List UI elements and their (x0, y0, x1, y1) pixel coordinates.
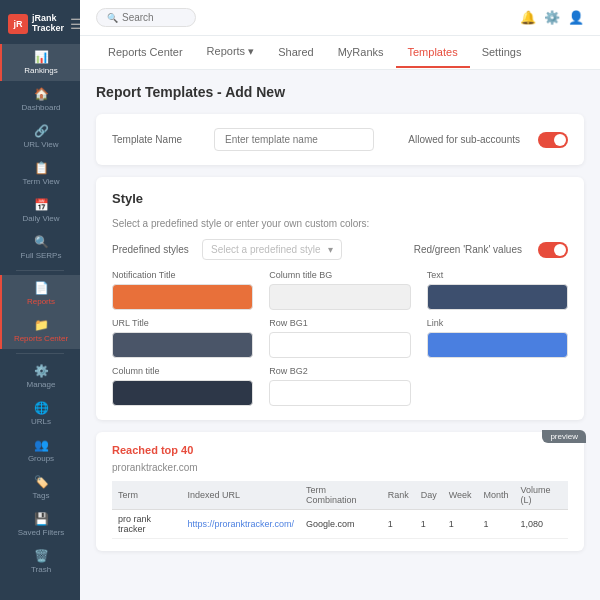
template-name-card: Template Name Allowed for sub-accounts (96, 114, 584, 165)
color-placeholder (427, 366, 568, 406)
row-bg1-swatch[interactable] (269, 332, 410, 358)
sidebar-logo[interactable]: jR jRankTracker ☰ (0, 8, 80, 40)
preview-domain: proranktracker.com (112, 462, 568, 473)
cell-url: https://proranktracker.com/ (182, 510, 301, 539)
col-rank: Rank (382, 481, 415, 510)
bell-icon[interactable]: 🔔 (520, 10, 536, 25)
col-title-label: Column title (112, 366, 253, 376)
predefined-select[interactable]: Select a predefined style ▾ (202, 239, 342, 260)
color-column-title: Column title (112, 366, 253, 406)
search-box[interactable]: 🔍 (96, 8, 196, 27)
content-area: Report Templates - Add New Template Name… (80, 70, 600, 600)
gear-icon[interactable]: ⚙️ (544, 10, 560, 25)
allowed-label: Allowed for sub-accounts (408, 134, 520, 145)
col-title-bg-label: Column title BG (269, 270, 410, 280)
reports-icon: 📄 (34, 281, 49, 295)
preview-table: Term Indexed URL Term Combination Rank D… (112, 481, 568, 539)
text-color-label: Text (427, 270, 568, 280)
url-view-icon: 🔗 (34, 124, 49, 138)
style-section-title: Style (112, 191, 568, 206)
col-volume: Volume (L) (515, 481, 568, 510)
full-serps-icon: 🔍 (34, 235, 49, 249)
sidebar-item-saved-filters[interactable]: 💾 Saved Filters (0, 506, 80, 543)
tab-reports-center[interactable]: Reports Center (96, 38, 195, 68)
cell-rank: 1 (382, 510, 415, 539)
color-row-bg1: Row BG1 (269, 318, 410, 358)
groups-icon: 👥 (34, 438, 49, 452)
saved-filters-icon: 💾 (34, 512, 49, 526)
search-input[interactable] (122, 12, 192, 23)
text-swatch[interactable] (427, 284, 568, 310)
sidebar-item-urls[interactable]: 🌐 URLs (0, 395, 80, 432)
tab-bar: Reports Center Reports ▾ Shared MyRanks … (80, 36, 600, 70)
sidebar-item-full-serps[interactable]: 🔍 Full SERPs (0, 229, 80, 266)
sidebar-item-daily-view[interactable]: 📅 Daily View (0, 192, 80, 229)
sidebar-item-reports-center[interactable]: 📁 Reports Center (0, 312, 80, 349)
sidebar-item-groups[interactable]: 👥 Groups (0, 432, 80, 469)
top-navigation: 🔍 🔔 ⚙️ 👤 (80, 0, 600, 36)
cell-week: 1 (443, 510, 478, 539)
color-notification-title: Notification Title (112, 270, 253, 310)
notif-title-swatch[interactable] (112, 284, 253, 310)
tab-shared[interactable]: Shared (266, 38, 325, 68)
tags-icon: 🏷️ (34, 475, 49, 489)
dashboard-icon: 🏠 (34, 87, 49, 101)
sidebar-item-dashboard[interactable]: 🏠 Dashboard (0, 81, 80, 118)
sidebar-item-reports[interactable]: 📄 Reports (0, 275, 80, 312)
user-icon[interactable]: 👤 (568, 10, 584, 25)
tab-settings[interactable]: Settings (470, 38, 534, 68)
predefined-chevron: ▾ (328, 244, 333, 255)
allowed-toggle[interactable] (538, 132, 568, 148)
color-row-bg2: Row BG2 (269, 366, 410, 406)
term-view-icon: 📋 (34, 161, 49, 175)
rg-toggle[interactable] (538, 242, 568, 258)
logo-icon: jR (8, 14, 28, 34)
row-bg1-label: Row BG1 (269, 318, 410, 328)
logo-text: jRankTracker (32, 14, 64, 34)
color-text: Text (427, 270, 568, 310)
rankings-icon: 📊 (34, 50, 49, 64)
sidebar-item-url-view[interactable]: 🔗 URL View (0, 118, 80, 155)
style-card: Style Select a predefined style or enter… (96, 177, 584, 420)
sidebar-divider-2 (16, 353, 64, 354)
table-row: pro rank tracker https://proranktracker.… (112, 510, 568, 539)
rg-label: Red/green 'Rank' values (414, 244, 522, 255)
manage-icon: ⚙️ (34, 364, 49, 378)
notif-title-label: Notification Title (112, 270, 253, 280)
row-bg2-label: Row BG2 (269, 366, 410, 376)
sidebar-divider-1 (16, 270, 64, 271)
page-title: Report Templates - Add New (96, 84, 584, 100)
link-swatch[interactable] (427, 332, 568, 358)
rg-toggle-knob (554, 244, 566, 256)
url-link[interactable]: https://proranktracker.com/ (188, 519, 295, 529)
template-name-label: Template Name (112, 134, 202, 145)
urls-icon: 🌐 (34, 401, 49, 415)
tab-templates[interactable]: Templates (396, 38, 470, 68)
cell-combination: Google.com (300, 510, 382, 539)
template-name-input[interactable] (214, 128, 374, 151)
col-title-bg-swatch[interactable] (269, 284, 410, 310)
sidebar-item-trash[interactable]: 🗑️ Trash (0, 543, 80, 580)
style-hint: Select a predefined style or enter your … (112, 218, 568, 229)
daily-view-icon: 📅 (34, 198, 49, 212)
col-month: Month (478, 481, 515, 510)
row-bg2-swatch[interactable] (269, 380, 410, 406)
toggle-knob (554, 134, 566, 146)
url-title-swatch[interactable] (112, 332, 253, 358)
color-link: Link (427, 318, 568, 358)
topnav-icons: 🔔 ⚙️ 👤 (520, 10, 584, 25)
col-title-swatch[interactable] (112, 380, 253, 406)
table-header-row: Term Indexed URL Term Combination Rank D… (112, 481, 568, 510)
col-week: Week (443, 481, 478, 510)
sidebar-item-manage[interactable]: ⚙️ Manage (0, 358, 80, 395)
tab-myranks[interactable]: MyRanks (326, 38, 396, 68)
tab-reports[interactable]: Reports ▾ (195, 37, 267, 68)
sidebar: jR jRankTracker ☰ 📊 Rankings 🏠 Dashboard… (0, 0, 80, 600)
preview-badge: preview (542, 430, 586, 443)
sidebar-item-term-view[interactable]: 📋 Term View (0, 155, 80, 192)
col-day: Day (415, 481, 443, 510)
sidebar-item-rankings[interactable]: 📊 Rankings (0, 44, 80, 81)
sidebar-item-tags[interactable]: 🏷️ Tags (0, 469, 80, 506)
col-term: Term (112, 481, 182, 510)
search-icon: 🔍 (107, 13, 118, 23)
